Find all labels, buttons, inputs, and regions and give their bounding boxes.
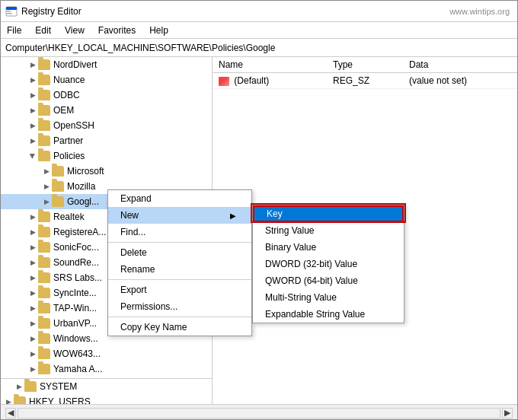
tree-label: OEM (53, 105, 74, 116)
chevron-icon: ▶ (28, 60, 37, 69)
menu-favorites[interactable]: Favorites (95, 24, 139, 37)
tree-label: Partner (53, 135, 83, 146)
chevron-icon: ▶ (28, 319, 37, 328)
tree-label: Microsoft (67, 166, 104, 177)
tree-label: Realtek (53, 212, 85, 222)
menu-help[interactable]: Help (146, 24, 171, 37)
folder-icon (38, 348, 50, 359)
folder-icon (52, 181, 64, 192)
tree-item-partner[interactable]: ▶ Partner (1, 133, 212, 148)
tree-label: HKEY_USERS (29, 396, 91, 404)
address-bar: Computer\HKEY_LOCAL_MACHINE\SOFTWARE\Pol… (1, 39, 517, 57)
cell-name: (Default) (213, 73, 327, 89)
tree-item-microsoft[interactable]: ▶ Microsoft (1, 164, 212, 179)
tree-label: SyncInte... (53, 288, 97, 298)
status-bar: ◀ ▶ (1, 404, 517, 420)
tree-label: SoundRe... (53, 257, 99, 268)
tree-item-odbc[interactable]: ▶ ODBC (1, 88, 212, 103)
context-menu-export[interactable]: Export (108, 282, 251, 298)
tree-item-policies[interactable]: ▶ Policies (1, 148, 212, 164)
tree-label: UrbanVP... (53, 318, 97, 329)
svg-rect-1 (6, 7, 17, 10)
tree-label: Googl... (67, 196, 99, 207)
chevron-icon: ▶ (28, 364, 37, 374)
chevron-icon: ▶ (42, 197, 51, 206)
tree-item-system[interactable]: ▶ SYSTEM (1, 379, 212, 394)
context-menu-copy-key[interactable]: Copy Key Name (108, 319, 251, 336)
context-menu-rename[interactable]: Rename (108, 261, 251, 278)
col-data[interactable]: Data (403, 57, 517, 73)
scroll-right-btn[interactable]: ▶ (502, 408, 513, 418)
submenu-string-value[interactable]: String Value (253, 222, 404, 239)
tree-item-hkeyusers[interactable]: ▶ HKEY_USERS (1, 394, 212, 404)
menu-edit[interactable]: Edit (32, 24, 54, 37)
chevron-icon: ▶ (28, 106, 37, 115)
title-bar: Registry Editor www.wintips.org (1, 1, 517, 22)
context-menu-find[interactable]: Find... (108, 224, 251, 240)
folder-icon (52, 166, 64, 177)
registry-editor-icon (5, 5, 18, 18)
folder-icon (38, 135, 50, 146)
chevron-icon: ▶ (28, 349, 37, 358)
col-name[interactable]: Name (213, 57, 327, 73)
tree-label: Yamaha A... (53, 364, 102, 374)
folder-icon (38, 303, 50, 313)
tree-label: Mozilla (67, 181, 95, 192)
folder-icon (24, 381, 37, 392)
folder-icon (38, 242, 50, 253)
table-row[interactable]: (Default) REG_SZ (value not set) (213, 73, 517, 89)
tree-label: ODBC (53, 90, 80, 100)
title-bar-text: Registry Editor (21, 6, 82, 17)
folder-icon (38, 318, 50, 329)
submenu-multistring-value[interactable]: Multi-String Value (253, 289, 404, 306)
folder-icon (38, 333, 50, 344)
tree-label: TAP-Win... (53, 303, 97, 313)
folder-icon (38, 272, 50, 283)
submenu-expandable-value[interactable]: Expandable String Value (253, 306, 404, 323)
menu-view[interactable]: View (62, 24, 88, 37)
app-window: Registry Editor www.wintips.org File Edi… (0, 0, 518, 420)
folder-icon (38, 90, 50, 100)
tree-item-nuance[interactable]: ▶ Nuance (1, 72, 212, 88)
col-type[interactable]: Type (327, 57, 403, 73)
tree-label: OpenSSH (53, 120, 94, 131)
svg-rect-3 (7, 13, 12, 14)
context-menu: Expand New ▶ Find... Delete Rename Expor… (107, 189, 252, 336)
context-menu-permissions[interactable]: Permissions... (108, 298, 251, 315)
folder-icon (38, 120, 50, 131)
scroll-left-btn[interactable]: ◀ (5, 408, 16, 418)
submenu-binary-value[interactable]: Binary Value (253, 239, 404, 256)
tree-item-norddivert[interactable]: ▶ NordDivert (1, 57, 212, 72)
context-menu-new[interactable]: New ▶ (108, 207, 251, 224)
menu-bar: File Edit View Favorites Help (1, 22, 517, 39)
tree-item-oem[interactable]: ▶ OEM (1, 103, 212, 118)
chevron-icon: ▶ (28, 91, 37, 100)
tree-item-openssh[interactable]: ▶ OpenSSH (1, 118, 212, 133)
chevron-icon: ▶ (28, 273, 37, 282)
tree-item-yamaha[interactable]: ▶ Yamaha A... (1, 361, 212, 377)
chevron-icon: ▶ (28, 75, 37, 84)
menu-file[interactable]: File (4, 24, 24, 37)
submenu-qword-value[interactable]: QWORD (64-bit) Value (253, 272, 404, 289)
registry-value-icon (219, 77, 229, 86)
folder-icon (38, 212, 50, 222)
context-menu-delete[interactable]: Delete (108, 244, 251, 261)
chevron-icon: ▶ (28, 243, 37, 252)
value-name: (Default) (234, 75, 269, 86)
submenu-dword-value[interactable]: DWORD (32-bit) Value (253, 256, 404, 272)
tree-label: Policies (53, 151, 85, 161)
tree-label: NordDivert (53, 59, 97, 70)
chevron-icon: ▶ (4, 397, 13, 404)
submenu-key[interactable]: Key (253, 205, 404, 222)
tree-label: Windows... (53, 333, 98, 344)
horizontal-scrollbar[interactable] (18, 408, 500, 418)
cell-data: (value not set) (403, 73, 517, 89)
folder-icon (52, 196, 64, 207)
folder-icon (38, 75, 50, 85)
chevron-icon: ▶ (28, 258, 37, 267)
chevron-icon: ▶ (28, 121, 37, 130)
context-menu-expand[interactable]: Expand (108, 190, 251, 207)
chevron-icon: ▶ (42, 167, 51, 176)
registry-table: Name Type Data (Default) REG_SZ (value n… (213, 57, 517, 89)
tree-item-wow643[interactable]: ▶ WOW643... (1, 346, 212, 361)
